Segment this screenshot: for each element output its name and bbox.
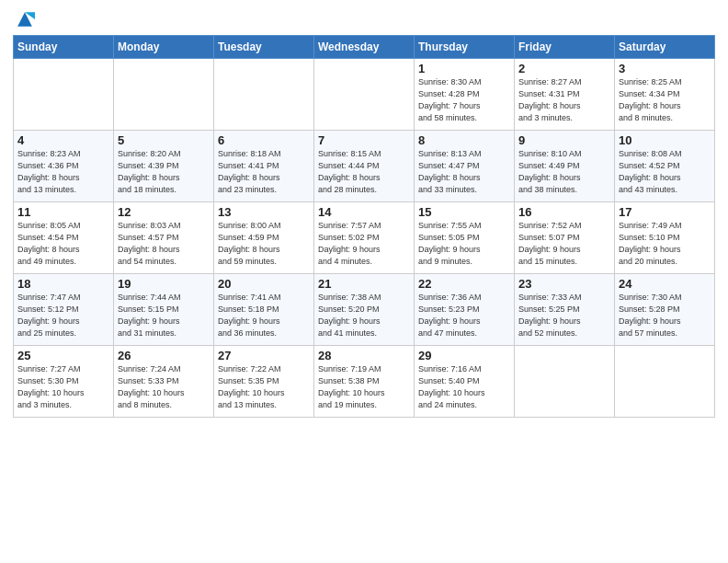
day-detail: Sunrise: 8:08 AM Sunset: 4:52 PM Dayligh… [619, 148, 711, 196]
day-cell [515, 346, 615, 418]
day-detail: Sunrise: 8:15 AM Sunset: 4:44 PM Dayligh… [318, 148, 410, 196]
day-cell: 12Sunrise: 8:03 AM Sunset: 4:57 PM Dayli… [114, 202, 214, 274]
page: SundayMondayTuesdayWednesdayThursdayFrid… [0, 0, 728, 563]
day-cell: 4Sunrise: 8:23 AM Sunset: 4:36 PM Daylig… [14, 131, 114, 202]
col-header-sunday: Sunday [14, 36, 114, 59]
day-cell: 9Sunrise: 8:10 AM Sunset: 4:49 PM Daylig… [515, 131, 615, 202]
day-detail: Sunrise: 8:23 AM Sunset: 4:36 PM Dayligh… [17, 148, 109, 196]
day-cell: 2Sunrise: 8:27 AM Sunset: 4:31 PM Daylig… [515, 59, 615, 131]
day-cell: 28Sunrise: 7:19 AM Sunset: 5:38 PM Dayli… [314, 346, 415, 418]
day-number: 16 [518, 205, 610, 219]
week-row-2: 4Sunrise: 8:23 AM Sunset: 4:36 PM Daylig… [14, 131, 715, 202]
day-number: 14 [318, 205, 410, 219]
day-cell: 26Sunrise: 7:24 AM Sunset: 5:33 PM Dayli… [114, 346, 214, 418]
day-number: 10 [619, 133, 711, 147]
day-detail: Sunrise: 8:10 AM Sunset: 4:49 PM Dayligh… [518, 148, 610, 196]
day-detail: Sunrise: 8:30 AM Sunset: 4:28 PM Dayligh… [418, 76, 510, 124]
week-row-4: 18Sunrise: 7:47 AM Sunset: 5:12 PM Dayli… [14, 274, 715, 346]
day-detail: Sunrise: 7:41 AM Sunset: 5:18 PM Dayligh… [218, 292, 310, 339]
day-detail: Sunrise: 8:03 AM Sunset: 4:57 PM Dayligh… [118, 220, 210, 268]
day-number: 4 [17, 133, 109, 147]
day-detail: Sunrise: 7:16 AM Sunset: 5:40 PM Dayligh… [418, 363, 510, 411]
day-cell: 14Sunrise: 7:57 AM Sunset: 5:02 PM Dayli… [314, 202, 415, 274]
day-cell: 6Sunrise: 8:18 AM Sunset: 4:41 PM Daylig… [214, 131, 314, 202]
day-cell: 1Sunrise: 8:30 AM Sunset: 4:28 PM Daylig… [415, 59, 515, 131]
day-cell: 8Sunrise: 8:13 AM Sunset: 4:47 PM Daylig… [415, 131, 515, 202]
day-number: 26 [118, 349, 210, 362]
day-detail: Sunrise: 7:33 AM Sunset: 5:25 PM Dayligh… [518, 292, 610, 339]
day-cell: 19Sunrise: 7:44 AM Sunset: 5:15 PM Dayli… [114, 274, 214, 346]
day-detail: Sunrise: 8:05 AM Sunset: 4:54 PM Dayligh… [17, 220, 109, 268]
week-row-5: 25Sunrise: 7:27 AM Sunset: 5:30 PM Dayli… [14, 346, 715, 418]
week-row-3: 11Sunrise: 8:05 AM Sunset: 4:54 PM Dayli… [14, 202, 715, 274]
day-cell: 15Sunrise: 7:55 AM Sunset: 5:05 PM Dayli… [415, 202, 515, 274]
day-detail: Sunrise: 7:36 AM Sunset: 5:23 PM Dayligh… [418, 292, 510, 339]
day-cell: 3Sunrise: 8:25 AM Sunset: 4:34 PM Daylig… [615, 59, 715, 131]
day-detail: Sunrise: 7:44 AM Sunset: 5:15 PM Dayligh… [118, 292, 210, 339]
day-cell: 22Sunrise: 7:36 AM Sunset: 5:23 PM Dayli… [415, 274, 515, 346]
calendar-table: SundayMondayTuesdayWednesdayThursdayFrid… [13, 35, 715, 418]
day-detail: Sunrise: 7:19 AM Sunset: 5:38 PM Dayligh… [318, 363, 410, 411]
header-row: SundayMondayTuesdayWednesdayThursdayFrid… [14, 36, 715, 59]
day-detail: Sunrise: 8:18 AM Sunset: 4:41 PM Dayligh… [218, 148, 310, 196]
day-cell: 20Sunrise: 7:41 AM Sunset: 5:18 PM Dayli… [214, 274, 314, 346]
day-number: 27 [218, 349, 310, 362]
day-cell: 24Sunrise: 7:30 AM Sunset: 5:28 PM Dayli… [615, 274, 715, 346]
week-row-1: 1Sunrise: 8:30 AM Sunset: 4:28 PM Daylig… [14, 59, 715, 131]
day-number: 20 [218, 277, 310, 291]
day-cell: 10Sunrise: 8:08 AM Sunset: 4:52 PM Dayli… [615, 131, 715, 202]
day-detail: Sunrise: 8:25 AM Sunset: 4:34 PM Dayligh… [619, 76, 711, 124]
day-number: 24 [619, 277, 711, 291]
day-cell: 23Sunrise: 7:33 AM Sunset: 5:25 PM Dayli… [515, 274, 615, 346]
day-number: 21 [318, 277, 410, 291]
day-number: 3 [619, 62, 711, 75]
day-number: 5 [118, 133, 210, 147]
day-cell: 17Sunrise: 7:49 AM Sunset: 5:10 PM Dayli… [615, 202, 715, 274]
day-detail: Sunrise: 8:13 AM Sunset: 4:47 PM Dayligh… [418, 148, 510, 196]
day-number: 7 [318, 133, 410, 147]
day-detail: Sunrise: 7:27 AM Sunset: 5:30 PM Dayligh… [17, 363, 109, 411]
day-number: 11 [17, 205, 109, 219]
day-cell [314, 59, 415, 131]
day-cell: 29Sunrise: 7:16 AM Sunset: 5:40 PM Dayli… [415, 346, 515, 418]
day-number: 28 [318, 349, 410, 362]
col-header-friday: Friday [515, 36, 615, 59]
day-number: 18 [17, 277, 109, 291]
header [13, 9, 715, 29]
day-cell: 25Sunrise: 7:27 AM Sunset: 5:30 PM Dayli… [14, 346, 114, 418]
day-detail: Sunrise: 7:57 AM Sunset: 5:02 PM Dayligh… [318, 220, 410, 268]
day-number: 23 [518, 277, 610, 291]
day-number: 25 [17, 349, 109, 362]
day-number: 17 [619, 205, 711, 219]
day-detail: Sunrise: 7:47 AM Sunset: 5:12 PM Dayligh… [17, 292, 109, 339]
day-number: 8 [418, 133, 510, 147]
day-number: 29 [418, 349, 510, 362]
day-detail: Sunrise: 7:49 AM Sunset: 5:10 PM Dayligh… [619, 220, 711, 268]
day-cell [14, 59, 114, 131]
day-cell: 18Sunrise: 7:47 AM Sunset: 5:12 PM Dayli… [14, 274, 114, 346]
day-detail: Sunrise: 7:30 AM Sunset: 5:28 PM Dayligh… [619, 292, 711, 339]
day-detail: Sunrise: 7:24 AM Sunset: 5:33 PM Dayligh… [118, 363, 210, 411]
day-number: 1 [418, 62, 510, 75]
day-cell: 13Sunrise: 8:00 AM Sunset: 4:59 PM Dayli… [214, 202, 314, 274]
day-number: 22 [418, 277, 510, 291]
day-number: 12 [118, 205, 210, 219]
day-number: 15 [418, 205, 510, 219]
col-header-monday: Monday [114, 36, 214, 59]
day-detail: Sunrise: 8:00 AM Sunset: 4:59 PM Dayligh… [218, 220, 310, 268]
day-number: 6 [218, 133, 310, 147]
day-cell: 5Sunrise: 8:20 AM Sunset: 4:39 PM Daylig… [114, 131, 214, 202]
col-header-tuesday: Tuesday [214, 36, 314, 59]
col-header-wednesday: Wednesday [314, 36, 415, 59]
day-cell: 11Sunrise: 8:05 AM Sunset: 4:54 PM Dayli… [14, 202, 114, 274]
day-cell: 27Sunrise: 7:22 AM Sunset: 5:35 PM Dayli… [214, 346, 314, 418]
day-detail: Sunrise: 7:38 AM Sunset: 5:20 PM Dayligh… [318, 292, 410, 339]
day-cell [214, 59, 314, 131]
day-detail: Sunrise: 7:22 AM Sunset: 5:35 PM Dayligh… [218, 363, 310, 411]
logo [13, 9, 35, 29]
day-detail: Sunrise: 7:52 AM Sunset: 5:07 PM Dayligh… [518, 220, 610, 268]
day-detail: Sunrise: 8:20 AM Sunset: 4:39 PM Dayligh… [118, 148, 210, 196]
day-cell: 7Sunrise: 8:15 AM Sunset: 4:44 PM Daylig… [314, 131, 415, 202]
day-cell [615, 346, 715, 418]
day-number: 13 [218, 205, 310, 219]
